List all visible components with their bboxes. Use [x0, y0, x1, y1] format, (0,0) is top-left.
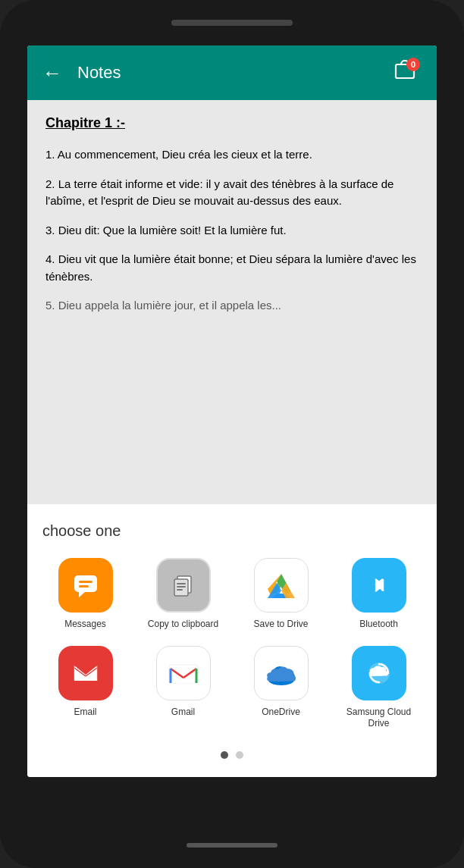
samsung-cloud-label: Samsung Cloud Drive — [336, 707, 422, 730]
email-icon — [58, 646, 113, 700]
page-title: Notes — [77, 63, 388, 83]
samsung-cloud-icon — [352, 646, 406, 700]
cart-badge: 0 — [406, 58, 420, 71]
email-label: Email — [74, 707, 96, 719]
messages-label: Messages — [64, 619, 106, 631]
back-button[interactable]: ← — [42, 61, 62, 85]
home-indicator — [187, 843, 277, 848]
svg-rect-3 — [79, 581, 92, 583]
svg-rect-9 — [177, 589, 183, 591]
cart-button[interactable]: 0 — [388, 56, 422, 89]
svg-marker-2 — [79, 592, 85, 597]
verse-4: 4. Dieu vit que la lumière était bonne; … — [45, 251, 419, 285]
copy-icon — [156, 558, 211, 613]
status-bar — [0, 0, 464, 45]
status-bar-notch — [171, 20, 293, 26]
svg-rect-4 — [79, 585, 89, 588]
dot-1 — [221, 751, 228, 759]
onedrive-icon — [254, 646, 309, 700]
screen: ← Notes 0 Chapitre 1 :- 1. Au commenceme… — [27, 45, 437, 777]
home-bar — [0, 823, 464, 868]
share-row-2: Email — [42, 646, 422, 730]
sheet-title: choose one — [42, 522, 422, 540]
gmail-label: Gmail — [171, 707, 195, 719]
share-messages[interactable]: Messages — [42, 558, 128, 631]
verse-1: 1. Au commencement, Dieu créa les cieux … — [45, 146, 419, 164]
chapter-title: Chapitre 1 :- — [45, 115, 419, 131]
dot-2 — [236, 751, 243, 759]
share-email[interactable]: Email — [42, 646, 128, 730]
svg-rect-1 — [74, 575, 97, 592]
bluetooth-label: Bluetooth — [359, 619, 398, 631]
drive-icon — [254, 558, 309, 613]
gmail-icon — [156, 646, 211, 700]
share-drive[interactable]: Save to Drive — [238, 558, 324, 631]
drive-label: Save to Drive — [253, 619, 308, 631]
verse-3: 3. Dieu dit: Que la lumière soit! Et la … — [45, 222, 419, 240]
share-onedrive[interactable]: OneDrive — [238, 646, 324, 730]
pagination-dots — [42, 745, 422, 762]
messages-icon — [58, 558, 113, 613]
copy-label: Copy to clipboard — [148, 619, 218, 631]
share-row-1: Messages Copy to clipboard — [42, 558, 422, 631]
share-copy[interactable]: Copy to clipboard — [140, 558, 226, 631]
bottom-sheet: choose one Messages — [27, 504, 437, 777]
bluetooth-icon — [352, 558, 406, 613]
share-bluetooth[interactable]: Bluetooth — [336, 558, 422, 631]
verse-5-partial: 5. Dieu appela la lumière jour, et il ap… — [45, 297, 419, 314]
onedrive-label: OneDrive — [262, 707, 300, 719]
share-samsung-cloud[interactable]: Samsung Cloud Drive — [336, 646, 422, 730]
svg-rect-8 — [177, 586, 186, 588]
svg-rect-7 — [177, 583, 186, 584]
verse-2: 2. La terre était informe et vide: il y … — [45, 176, 419, 210]
share-gmail[interactable]: Gmail — [140, 646, 226, 730]
top-bar: ← Notes 0 — [27, 45, 437, 100]
phone-frame: ← Notes 0 Chapitre 1 :- 1. Au commenceme… — [0, 0, 464, 868]
notes-content: Chapitre 1 :- 1. Au commencement, Dieu c… — [27, 100, 437, 504]
